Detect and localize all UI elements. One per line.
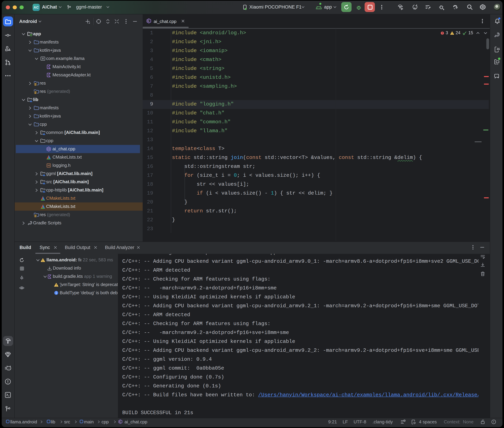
svg-text:A: A: [414, 7, 416, 10]
